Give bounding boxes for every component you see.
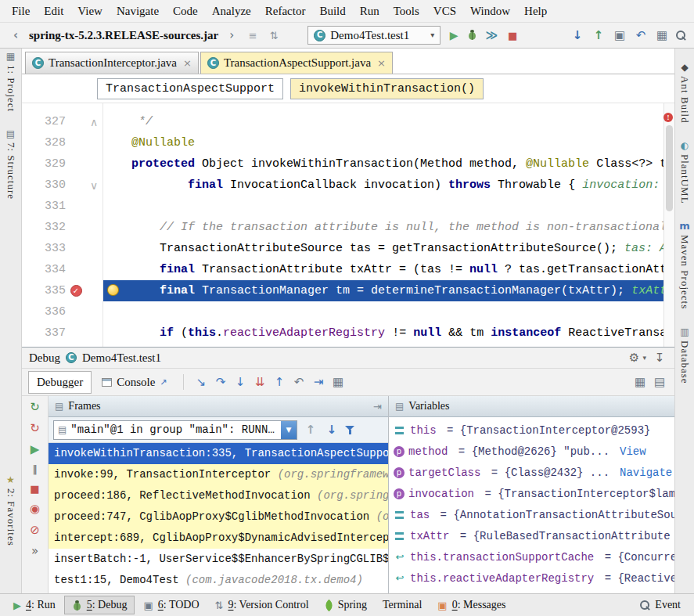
frame-row[interactable]: test1:15, Demo4Test (com.javacode2018.tx… [49,570,388,591]
menu-item-view[interactable]: View [70,2,110,20]
fold-up-icon[interactable]: ∧ [90,117,98,128]
frame-row[interactable]: intercept:689, CglibAopProxy$DynamicAdvi… [49,528,388,549]
stripe-favorites[interactable]: ★2: Favorites [5,475,17,546]
breadcrumb-chip-1[interactable]: invokeWithinTransaction() [290,78,484,99]
force-step-into-icon[interactable]: ⇊ [250,376,270,388]
gutter-row[interactable]: 335✓ [22,280,102,301]
run-button[interactable]: ▶ [446,30,462,41]
stop-icon[interactable]: ■ [30,484,39,494]
stripe-project[interactable]: ▦1: Project [5,52,17,112]
diff-icon[interactable]: ▣ [612,30,627,41]
editor-scrollbar[interactable] [663,103,674,347]
menu-item-window[interactable]: Window [463,2,517,20]
thread-dropdown-arrow-icon[interactable]: ▼ [281,421,297,439]
stripe-database[interactable]: ▥Database [678,327,691,384]
update-application-icon[interactable]: ↻ [30,423,40,434]
tab-close-icon[interactable]: × [183,58,192,68]
editor-tab[interactable]: CTransactionAspectSupport.java× [200,52,393,74]
debug-button[interactable] [467,30,478,41]
gutter-row[interactable]: 330∨ [22,175,102,196]
breakpoint-icon[interactable]: ✓ [70,285,82,297]
stripe-structure[interactable]: ▤7: Structure [5,129,17,200]
drop-frame-icon[interactable]: ↶ [289,376,309,388]
gutter-row[interactable]: 333 [22,238,102,259]
variable-row[interactable]: ptargetClass = {Class@2432} ...Navigate [389,462,674,483]
editor-gutter[interactable]: 327∧328329330∨331332333334335✓336337 [22,103,103,347]
variable-row[interactable]: ↩this.reactiveAdapterRegistry = {Reactiv… [389,567,674,589]
tab-close-icon[interactable]: × [377,58,386,68]
tab-console[interactable]: Console ↗ [94,372,174,393]
variable-link[interactable]: View [620,445,646,458]
hide-library-frames-icon[interactable] [345,425,356,435]
pause-icon[interactable]: ‖ [33,465,38,474]
more-icon[interactable]: » [31,546,38,557]
frame-row[interactable]: invokeWithinTransaction:335, Transaction… [49,443,388,464]
stop-button[interactable]: ■ [505,31,520,41]
navbar-sort-icon[interactable]: ⇅ [266,31,282,41]
gutter-row[interactable]: 334 [22,259,102,280]
hide-panel-icon[interactable]: ↧ [652,352,667,364]
show-execution-point-icon[interactable]: ↘ [192,376,211,388]
stripe-ant-build[interactable]: ◆Ant Build [678,63,691,124]
nav-back-icon[interactable]: ‹ [8,30,23,41]
menu-item-code[interactable]: Code [166,2,205,20]
gutter-row[interactable]: 332 [22,217,102,238]
thread-selector[interactable]: ▤ "main"@1 in group "main": RUNNING ▼ [53,420,297,440]
variable-link[interactable]: Navigate [620,467,672,479]
stripe-maven[interactable]: mMaven Projects [678,221,691,309]
menu-item-analyze[interactable]: Analyze [205,2,258,20]
code-area[interactable]: */ @Nullable protected Object invokeWith… [103,103,663,347]
gutter-row[interactable]: 337 [22,322,102,344]
menu-item-navigate[interactable]: Navigate [110,2,166,20]
view-grid-icon[interactable]: ▦ [654,30,670,41]
run-configuration-select[interactable]: C Demo4Test.test1 ▾ [307,26,440,45]
menu-item-run[interactable]: Run [353,2,387,20]
menu-item-help[interactable]: Help [517,2,554,20]
scrollbar-thumb[interactable] [666,125,673,211]
menu-item-vcs[interactable]: VCS [426,2,463,20]
view-breakpoints-icon[interactable]: ◉ [30,503,40,515]
variable-row[interactable]: txAttr = {RuleBasedTransactionAttribute [389,525,674,546]
step-out-icon[interactable]: ↑ [270,376,289,388]
menu-item-build[interactable]: Build [312,2,352,20]
search-everywhere-icon[interactable] [675,30,686,41]
vcs-update-button[interactable]: ↓ [570,30,585,41]
menu-item-refactor[interactable]: Refactor [258,2,313,20]
stripe-plantuml[interactable]: ◐PlantUML [678,141,691,204]
evaluate-expression-icon[interactable]: ▦ [329,376,348,388]
gutter-row[interactable]: 336 [22,301,102,322]
resume-icon[interactable]: ▶ [31,444,40,456]
rerun-icon[interactable]: ↻ [30,402,40,413]
menu-item-tools[interactable]: Tools [387,2,426,20]
tab-debugger[interactable]: Debugger [28,371,92,394]
menu-item-edit[interactable]: Edit [37,2,70,20]
gutter-row[interactable]: 327∧ [22,111,102,132]
gutter-row[interactable]: 331 [22,196,102,217]
variable-row[interactable]: pmethod = {Method@2626} "pub...View [389,441,674,462]
toolwindow-version-control[interactable]: ⇅9: Version Control [208,596,316,614]
breadcrumb-chip-0[interactable]: TransactionAspectSupport [97,78,283,99]
toolwindow-terminal[interactable]: Terminal [376,596,429,614]
menu-item-file[interactable]: File [5,2,37,20]
settings-gear-icon[interactable]: ⚙ [626,352,642,364]
fold-down-icon[interactable]: ∨ [90,180,98,191]
variable-row[interactable]: tas = {AnnotationTransactionAttributeSou [389,504,674,525]
run-to-cursor-icon[interactable]: ⇥ [309,376,329,388]
mute-breakpoints-icon[interactable]: ⊘ [30,524,40,536]
intention-bulb-icon[interactable] [107,284,119,296]
variable-row[interactable]: this = {TransactionInterceptor@2593} [389,420,674,441]
step-into-icon[interactable]: ↓ [231,376,250,388]
restore-layout-icon[interactable]: ▤ [651,376,668,388]
frame-row[interactable]: proceed:747, CglibAopProxy$CglibMethodIn… [49,506,388,528]
undo-button[interactable]: ↶ [633,30,649,41]
next-frame-button[interactable]: ↓ [324,424,340,436]
navbar-list-icon[interactable]: ≡ [245,31,261,41]
frame-row[interactable]: invoke:99, TransactionInterceptor (org.s… [49,464,388,485]
toolwindow-run[interactable]: ▶4: Run [6,596,63,614]
coverage-button[interactable]: ≫ [484,30,499,41]
variable-row[interactable]: pinvocation = {TransactionInterceptor$la… [389,483,674,504]
vcs-commit-button[interactable]: ↑ [591,30,606,41]
gutter-row[interactable]: 328 [22,132,102,153]
variable-row[interactable]: ↩this.transactionSupportCache = {Concurr… [389,546,674,567]
previous-frame-button[interactable]: ↑ [303,424,318,436]
